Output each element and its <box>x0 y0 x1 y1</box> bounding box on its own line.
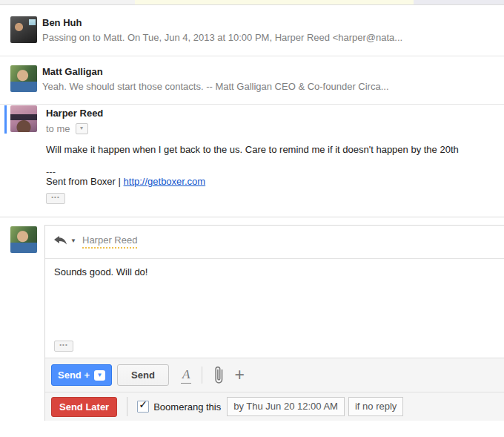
send-label: Send <box>131 369 155 381</box>
send-later-label: Send Later <box>59 401 109 413</box>
divider <box>0 217 504 217</box>
boomerang-time-select[interactable]: by Thu Jun 20 12:00 AM <box>227 397 345 416</box>
collapsed-message-ben-huh[interactable]: Ben Huh Passing on to Matt. On Tue, Jun … <box>0 7 504 56</box>
toolbar-divider <box>202 367 202 384</box>
sender-name: Harper Reed <box>46 108 103 119</box>
boomerang-send-icon: ▼ <box>94 370 105 381</box>
compose-body[interactable]: Sounds good. Will do! <box>54 266 496 337</box>
show-trimmed-content-button[interactable]: ••• <box>54 341 73 352</box>
recipient-chip[interactable]: Harper Reed <box>82 234 137 249</box>
avatar <box>10 16 37 43</box>
chevron-down-icon: ▼ <box>70 237 76 244</box>
message-snippet: Yeah. We should start those contacts. --… <box>42 81 389 92</box>
boomerang-this-label: Boomerang this <box>153 401 221 413</box>
message-body: Will make it happen when I get back to t… <box>46 144 459 156</box>
getboxer-link[interactable]: http://getboxer.com <box>124 176 206 187</box>
to-me-label: to me <box>46 123 70 134</box>
selected-message-bar <box>4 105 7 134</box>
checkmark-icon: ✓ <box>139 398 147 410</box>
avatar <box>10 105 37 132</box>
message-snippet: Passing on to Matt. On Tue, Jun 4, 2013 … <box>42 32 402 43</box>
reply-icon <box>54 236 67 245</box>
formatting-options-icon[interactable]: A <box>181 367 191 384</box>
top-strip-segment <box>135 0 414 4</box>
sender-name: Matt Galligan <box>42 66 103 77</box>
reply-type-button[interactable]: ▼ <box>54 236 76 245</box>
signature-text: Sent from Boxer | <box>46 176 121 187</box>
compose-user-avatar <box>10 226 37 253</box>
send-later-button[interactable]: Send Later <box>51 397 117 417</box>
insert-more-icon[interactable]: + <box>234 367 244 384</box>
compose-header: ▼ Harper Reed <box>45 226 504 259</box>
boomerang-divider <box>127 397 127 416</box>
expanded-message-harper-reed: Harper Reed to me ▾ Will make it happen … <box>0 105 504 217</box>
send-plus-boomerang-button[interactable]: Send + ▼ <box>51 364 112 386</box>
compose-toolbar: Send + ▼ Send A + <box>45 358 504 392</box>
signature-line: Sent from Boxer | http://getboxer.com <box>46 176 205 187</box>
boomerang-condition-select[interactable]: if no reply <box>348 397 403 416</box>
chevron-down-icon: ▾ <box>80 125 83 131</box>
recipient-line: to me ▾ <box>46 123 88 134</box>
show-trimmed-content-button[interactable]: ••• <box>46 193 65 204</box>
sender-name: Ben Huh <box>42 17 82 28</box>
top-strip-segment <box>414 0 504 4</box>
show-details-button[interactable]: ▾ <box>76 123 88 134</box>
ellipsis-icon: ••• <box>59 341 67 348</box>
top-strip-segment <box>0 0 135 4</box>
avatar <box>10 65 37 92</box>
send-plus-label: Send + <box>58 369 90 381</box>
ellipsis-icon: ••• <box>51 194 59 200</box>
attach-file-icon[interactable] <box>213 365 225 385</box>
reply-compose-box: ▼ Harper Reed Sounds good. Will do! ••• … <box>44 225 504 421</box>
boomerang-checkbox[interactable]: ✓ <box>137 401 149 413</box>
top-strip <box>0 0 504 5</box>
collapsed-message-matt-galligan[interactable]: Matt Galligan Yeah. We should start thos… <box>0 56 504 104</box>
boomerang-bar: Send Later ✓ Boomerang this by Thu Jun 2… <box>45 392 504 421</box>
send-button[interactable]: Send <box>117 364 169 386</box>
email-thread-view: Ben Huh Passing on to Matt. On Tue, Jun … <box>0 0 504 437</box>
